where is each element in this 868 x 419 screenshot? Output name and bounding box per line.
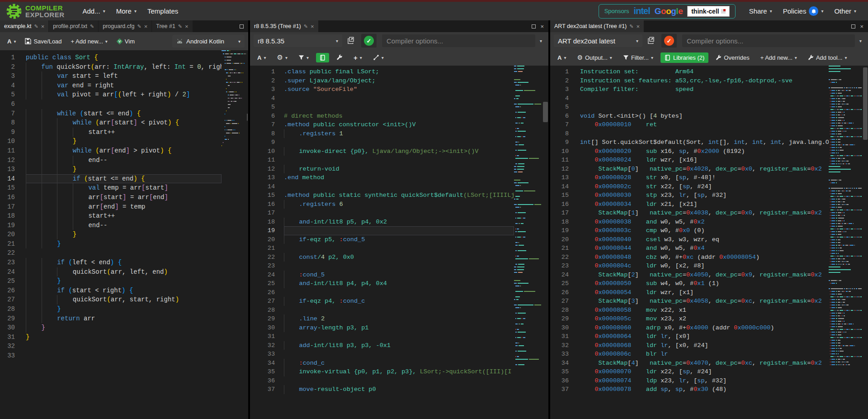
code-line[interactable]: [284, 262, 514, 271]
code-line[interactable]: }: [26, 239, 222, 249]
close-icon[interactable]: ×: [860, 23, 863, 30]
code-line[interactable]: }: [26, 323, 222, 333]
menu-templates[interactable]: Templates: [142, 5, 184, 18]
language-select[interactable]: Android Kotlin ▾: [172, 35, 245, 48]
code-line[interactable]: 0x00008040 csel w3, w3, wzr, eq: [580, 235, 829, 244]
close-icon[interactable]: ×: [144, 23, 148, 30]
close-icon[interactable]: ×: [540, 23, 544, 30]
code-area[interactable]: Instruction set: Arm64Instruction set fe…: [580, 66, 829, 419]
art-code-editor[interactable]: 1234567891011121314151617181920212223242…: [550, 66, 868, 419]
code-line[interactable]: 0x0000802c str x22, [sp, #24]: [580, 182, 829, 191]
minimap[interactable]: [829, 66, 862, 419]
tab-example-kt[interactable]: example.kt✎×: [0, 20, 48, 32]
output-button[interactable]: ⚙Output...▾: [573, 52, 615, 63]
rename-icon[interactable]: ✎: [304, 24, 308, 29]
code-line[interactable]: move-result-object p0: [284, 385, 514, 394]
options-gear-button[interactable]: ⚙▾: [273, 51, 291, 64]
options-dropdown-icon[interactable]: ▾: [857, 38, 864, 43]
code-line[interactable]: 0x0000804c ldr w0, [x2, #8]: [580, 262, 829, 271]
scrollbar-thumb[interactable]: [863, 67, 868, 140]
tools-wrench-button[interactable]: [333, 52, 346, 63]
code-line[interactable]: 0x00008044 and w0, w5, #0x4: [580, 244, 829, 253]
code-line[interactable]: [26, 100, 222, 109]
code-line[interactable]: [284, 350, 514, 359]
code-line[interactable]: 0x0000805c mov x23, x2: [580, 314, 829, 324]
code-line[interactable]: [284, 94, 514, 103]
code-line[interactable]: var end = right: [26, 81, 222, 90]
code-line[interactable]: [284, 156, 514, 165]
code-line[interactable]: }: [26, 137, 222, 146]
font-size-button[interactable]: A▾: [254, 52, 269, 63]
close-icon[interactable]: ×: [185, 23, 189, 30]
code-line[interactable]: [26, 351, 222, 361]
code-line[interactable]: invoke-virtual {p0, p1, p2, p3}, LSort;-…: [284, 367, 514, 376]
compiler-select[interactable]: ART dex2oat latest▾: [554, 34, 642, 47]
code-area[interactable]: public class Sort { fun quickSort(arr: I…: [26, 50, 222, 419]
tab-proguard-cfg[interactable]: proguard.cfg✎×: [99, 20, 151, 32]
tab-art-dex2oat[interactable]: ART dex2oat latest (Tree #1)✎×: [550, 20, 644, 32]
code-line[interactable]: 0x00008058 mov x22, x1: [580, 306, 829, 315]
code-line[interactable]: 0x00008060 adrp x0, #+0x4000 (addr 0x000…: [580, 324, 829, 333]
code-line[interactable]: .end method: [284, 173, 514, 182]
code-line[interactable]: [284, 226, 514, 235]
libraries-button[interactable]: [316, 53, 329, 62]
code-line[interactable]: if-eqz p4, :cond_c: [284, 297, 514, 306]
code-line[interactable]: if (start <= end) {: [26, 174, 222, 184]
code-line[interactable]: while (arr[end] > pivot) {: [26, 146, 222, 156]
compiler-options-input[interactable]: Compiler options...: [682, 34, 855, 47]
code-line[interactable]: arr[start] = arr[end]: [26, 193, 222, 202]
code-line[interactable]: StackMap[3] native_pc=0x4058, dex_pc=0xc…: [580, 297, 829, 306]
rename-icon[interactable]: ✎: [178, 24, 182, 29]
code-line[interactable]: start++: [26, 211, 222, 221]
code-line[interactable]: if (start < right) {: [26, 286, 222, 295]
intel-logo[interactable]: intel: [634, 6, 650, 16]
code-line[interactable]: if (left < end) {: [26, 258, 222, 267]
open-in-new-window-icon[interactable]: [348, 37, 356, 45]
code-line[interactable]: }: [26, 230, 222, 239]
code-line[interactable]: start++: [26, 128, 222, 137]
code-line[interactable]: .line 2: [284, 314, 514, 324]
code-line[interactable]: .class public final LSort;: [284, 67, 514, 76]
font-size-button[interactable]: A▾: [4, 36, 19, 47]
code-line[interactable]: fun quickSort(arr: IntArray, left: Int =…: [26, 62, 222, 72]
code-line[interactable]: .registers 1: [284, 129, 514, 138]
save-load-button[interactable]: Save/Load: [21, 36, 65, 47]
code-line[interactable]: StackMap[2] native_pc=0x4050, dex_pc=0x9…: [580, 271, 829, 280]
code-line[interactable]: Compiler filter: speed: [580, 85, 829, 94]
code-line[interactable]: val pivot = arr[(left + right) / 2]: [26, 90, 222, 100]
code-line[interactable]: .method public static synthetic quickSor…: [284, 191, 514, 200]
code-line[interactable]: array-length p3, p1: [284, 324, 514, 333]
compiler-explorer-logo[interactable]: COMPILER EXPLORER: [6, 4, 65, 19]
code-area[interactable]: .class public final LSort;.super Ljava/l…: [284, 66, 514, 419]
scrollbar[interactable]: [542, 66, 548, 419]
tab-tree-1[interactable]: Tree #1✎×: [152, 20, 192, 32]
code-line[interactable]: 0x0000803c cmp w0, #0x0 (0): [580, 226, 829, 235]
scrollbar-thumb[interactable]: [247, 114, 248, 121]
code-line[interactable]: while (start <= end) {: [26, 109, 222, 119]
code-line[interactable]: 0x00008064 ldr lr, [x0]: [580, 332, 829, 341]
compiler-select[interactable]: r8 8.5.35▾: [254, 34, 342, 47]
rename-icon[interactable]: ✎: [34, 24, 38, 29]
code-line[interactable]: }: [26, 165, 222, 174]
code-line[interactable]: # direct methods: [284, 112, 514, 121]
code-line[interactable]: 0x00008078 add sp, sp, #0x30 (48): [580, 385, 829, 394]
code-line[interactable]: [284, 103, 514, 112]
code-line[interactable]: 0x00008070 ldr x22, [sp, #24]: [580, 367, 829, 376]
google-logo[interactable]: Google: [655, 6, 683, 16]
code-line[interactable]: Instruction set: Arm64: [580, 67, 829, 76]
vim-toggle-button[interactable]: V Vim: [113, 36, 138, 47]
code-line[interactable]: [284, 138, 514, 147]
scrollbar[interactable]: [863, 66, 868, 419]
code-line[interactable]: Instruction set features: a53,crc,-lse,-…: [580, 76, 829, 86]
code-line[interactable]: quickSort(arr, start, right): [26, 295, 222, 305]
tab-r8[interactable]: r8 8.5.35 (Tree #1)✎×: [250, 20, 318, 32]
code-line[interactable]: return-void: [284, 165, 514, 174]
code-line[interactable]: 0x00008034 ldr x21, [x21]: [580, 200, 829, 209]
r8-code-editor[interactable]: 1234567891011121314151617181920212223242…: [250, 66, 548, 419]
code-line[interactable]: 0x00008028 str x0, [sp, #-48]!: [580, 173, 829, 182]
minimap[interactable]: [514, 66, 541, 419]
analysis-button[interactable]: ▾: [369, 52, 387, 63]
filter-button[interactable]: Filter...▾: [619, 52, 657, 63]
rename-icon[interactable]: ✎: [137, 24, 141, 29]
close-icon[interactable]: ×: [41, 23, 45, 30]
